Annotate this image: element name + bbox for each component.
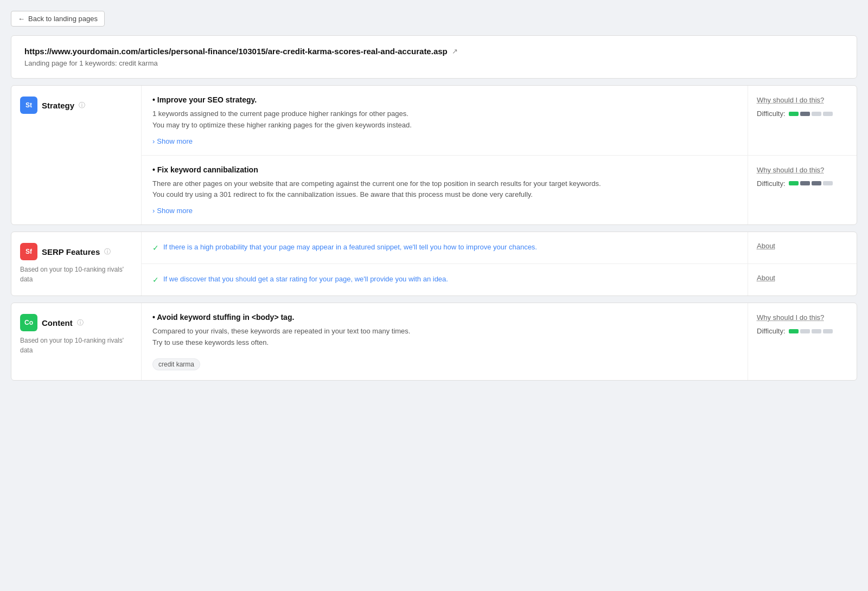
- difficulty-bar: [789, 112, 799, 116]
- check-text: If there is a high probability that your…: [163, 242, 537, 253]
- back-button[interactable]: ← Back to landing pages: [11, 11, 105, 27]
- difficulty-bar: [812, 181, 821, 185]
- url-card: https://www.yourdomain.com/articles/pers…: [11, 35, 857, 79]
- row-action-strategy-0: Why should I do this?Difficulty:: [748, 86, 857, 155]
- check-row-title: ✓If we discover that you should get a st…: [152, 274, 737, 286]
- row-content-strategy-1: • Fix keyword cannibalizationThere are o…: [142, 156, 748, 225]
- section-title-serp-features: SERP Features: [42, 247, 100, 256]
- difficulty-bar: [812, 329, 821, 333]
- back-label: Back to landing pages: [28, 15, 98, 23]
- section-subtitle-content: Based on your top 10-ranking rivals' dat…: [20, 336, 132, 355]
- table-row: ✓If there is a high probability that you…: [142, 232, 857, 264]
- difficulty-bar: [800, 181, 810, 185]
- difficulty-label: Difficulty:: [757, 327, 786, 335]
- section-rows-strategy: • Improve your SEO strategy.1 keywords a…: [142, 86, 857, 224]
- row-action-content-0: Why should I do this?Difficulty:: [748, 303, 857, 380]
- row-content-strategy-0: • Improve your SEO strategy.1 keywords a…: [142, 86, 748, 155]
- row-content-serp-features-1: ✓If we discover that you should get a st…: [142, 264, 748, 295]
- row-title: • Fix keyword cannibalization: [152, 165, 737, 174]
- table-row: • Fix keyword cannibalizationThere are o…: [142, 156, 857, 225]
- chevron-icon: ›: [152, 137, 155, 145]
- difficulty-bar: [823, 329, 833, 333]
- row-action-serp-features-0: About: [748, 232, 857, 264]
- section-card-content: CoContentⓘBased on your top 10-ranking r…: [11, 303, 857, 381]
- external-link-icon[interactable]: ↗: [452, 47, 458, 55]
- why-link[interactable]: Why should I do this?: [757, 96, 824, 104]
- check-row-title: ✓If there is a high probability that you…: [152, 242, 737, 254]
- info-icon[interactable]: ⓘ: [77, 318, 84, 327]
- difficulty-bar: [800, 329, 810, 333]
- section-title-content: Content: [42, 318, 73, 327]
- row-body: There are other pages on your website th…: [152, 178, 737, 201]
- why-link[interactable]: Why should I do this?: [757, 166, 824, 174]
- difficulty-row: Difficulty:: [757, 179, 848, 188]
- table-row: • Avoid keyword stuffing in <body> tag.C…: [142, 303, 857, 380]
- section-left-strategy: StStrategyⓘ: [11, 86, 142, 224]
- section-card-strategy: StStrategyⓘ• Improve your SEO strategy.1…: [11, 85, 857, 225]
- row-content-serp-features-0: ✓If there is a high probability that you…: [142, 232, 748, 264]
- check-icon: ✓: [152, 274, 159, 286]
- difficulty-label: Difficulty:: [757, 110, 786, 118]
- sections-container: StStrategyⓘ• Improve your SEO strategy.1…: [11, 85, 857, 381]
- info-icon[interactable]: ⓘ: [104, 247, 111, 256]
- row-body: Compared to your rivals, these keywords …: [152, 326, 737, 349]
- badge-content: Co: [20, 314, 37, 331]
- difficulty-bar: [823, 181, 833, 185]
- row-action-strategy-1: Why should I do this?Difficulty:: [748, 156, 857, 225]
- difficulty-bar: [789, 329, 799, 333]
- section-title-row-serp-features: SfSERP Featuresⓘ: [20, 243, 132, 260]
- difficulty-bars: [789, 329, 833, 333]
- about-link[interactable]: About: [757, 274, 848, 282]
- section-title-row-content: CoContentⓘ: [20, 314, 132, 331]
- check-icon: ✓: [152, 242, 159, 254]
- section-inner-strategy: StStrategyⓘ• Improve your SEO strategy.1…: [11, 86, 857, 224]
- row-action-serp-features-1: About: [748, 264, 857, 295]
- info-icon[interactable]: ⓘ: [79, 101, 85, 110]
- section-rows-serp-features: ✓If there is a high probability that you…: [142, 232, 857, 295]
- about-link[interactable]: About: [757, 242, 848, 250]
- chevron-icon: ›: [152, 207, 155, 215]
- section-card-serp-features: SfSERP FeaturesⓘBased on your top 10-ran…: [11, 232, 857, 296]
- show-more-label: Show more: [157, 137, 193, 145]
- table-row: • Improve your SEO strategy.1 keywords a…: [142, 86, 857, 156]
- section-left-content: CoContentⓘBased on your top 10-ranking r…: [11, 303, 142, 380]
- url-subtitle: Landing page for 1 keywords: credit karm…: [24, 59, 844, 67]
- row-title: • Improve your SEO strategy.: [152, 95, 737, 104]
- difficulty-label: Difficulty:: [757, 179, 786, 188]
- badge-strategy: St: [20, 97, 37, 114]
- why-link[interactable]: Why should I do this?: [757, 313, 824, 322]
- section-title-strategy: Strategy: [42, 101, 74, 110]
- difficulty-bars: [789, 112, 833, 116]
- row-content-content-0: • Avoid keyword stuffing in <body> tag.C…: [142, 303, 748, 380]
- show-more-link[interactable]: › Show more: [152, 137, 193, 145]
- difficulty-row: Difficulty:: [757, 327, 848, 335]
- section-inner-content: CoContentⓘBased on your top 10-ranking r…: [11, 303, 857, 380]
- row-title: • Avoid keyword stuffing in <body> tag.: [152, 313, 737, 322]
- section-inner-serp-features: SfSERP FeaturesⓘBased on your top 10-ran…: [11, 232, 857, 295]
- difficulty-row: Difficulty:: [757, 110, 848, 118]
- difficulty-bar: [823, 112, 833, 116]
- section-left-serp-features: SfSERP FeaturesⓘBased on your top 10-ran…: [11, 232, 142, 295]
- section-title-row-strategy: StStrategyⓘ: [20, 97, 132, 114]
- check-text: If we discover that you should get a sta…: [163, 274, 448, 285]
- difficulty-bar: [800, 112, 810, 116]
- keyword-tag: credit karma: [152, 358, 200, 370]
- show-more-label: Show more: [157, 207, 193, 215]
- table-row: ✓If we discover that you should get a st…: [142, 264, 857, 295]
- section-subtitle-serp-features: Based on your top 10-ranking rivals' dat…: [20, 265, 132, 284]
- difficulty-bar: [812, 112, 821, 116]
- difficulty-bar: [789, 181, 799, 185]
- row-body: 1 keywords assigned to the current page …: [152, 108, 737, 131]
- difficulty-bars: [789, 181, 833, 185]
- badge-serp-features: Sf: [20, 243, 37, 260]
- arrow-left-icon: ←: [18, 15, 25, 23]
- show-more-link[interactable]: › Show more: [152, 207, 193, 215]
- section-rows-content: • Avoid keyword stuffing in <body> tag.C…: [142, 303, 857, 380]
- url-row: https://www.yourdomain.com/articles/pers…: [24, 47, 844, 56]
- url-text: https://www.yourdomain.com/articles/pers…: [24, 47, 448, 56]
